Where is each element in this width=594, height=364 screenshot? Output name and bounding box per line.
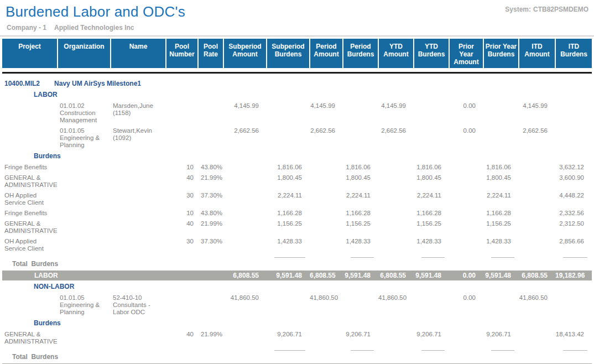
cell-name: Marsden,June (1158) <box>111 101 166 126</box>
cell-pool_number: 40 <box>166 219 198 237</box>
cell-pool_rate: 21.99% <box>198 330 223 347</box>
cell-itd_amount <box>519 191 555 209</box>
rule-cell-itd_burdens <box>555 254 592 259</box>
table-row: OH Applied Service Client3037.30%1,428.3… <box>2 237 592 254</box>
cell-itd_amount: 2,662.56 <box>519 126 555 151</box>
company-subtitle: Company - 1Applied Technologies Inc <box>6 24 590 32</box>
summary-cell-subperiod_burdens: 9,591.48 <box>267 271 310 281</box>
cell-ytd_amount: 41,860.50 <box>378 293 414 318</box>
summary-row: LABOR6,808.559,591.486,808.559,591.486,8… <box>2 271 592 281</box>
cell-subperiod_burdens: 1,800.45 <box>267 173 310 191</box>
rule-cell-period_amount <box>310 254 343 259</box>
cell-pool_number <box>166 293 198 318</box>
system-value: CTB82PSMDEMO <box>533 6 588 13</box>
cell-period_amount <box>310 219 343 237</box>
cell-itd_amount <box>519 163 555 173</box>
cell-name <box>111 163 166 173</box>
rule-cell-itd_amount <box>519 254 555 259</box>
cell-project: OH Applied Service Client <box>2 237 58 254</box>
rule-cell-ytd_amount <box>378 254 414 259</box>
cell-pool_rate <box>198 101 223 126</box>
cell-itd_burdens: 3,600.90 <box>555 173 592 191</box>
total-burdens-label: Total Burdens <box>12 353 58 361</box>
cell-subperiod_burdens: 1,816.06 <box>267 163 310 173</box>
company-label: Company - 1 <box>7 24 46 32</box>
cell-pool_rate: 21.99% <box>198 219 223 237</box>
cell-project: Fringe Benefits <box>2 163 58 173</box>
table-row: Fringe Benefits1043.80%1,166.281,166.281… <box>2 209 592 219</box>
cell-ytd_amount: 2,662.56 <box>378 126 414 151</box>
cell-subperiod_amount <box>223 219 267 237</box>
rule-cell-project <box>2 347 58 352</box>
section-cell: NON-LABOR <box>2 281 592 293</box>
total-underline <box>491 257 514 258</box>
cell-name <box>111 237 166 254</box>
summary-label: LABOR <box>2 271 223 281</box>
rule-cell-organization <box>58 254 111 259</box>
cell-itd_amount: 4,145.99 <box>519 101 555 126</box>
rule-cell-pool_rate <box>198 254 223 259</box>
cell-itd_amount <box>519 330 555 347</box>
rule-row <box>2 254 592 259</box>
cell-organization <box>58 219 111 237</box>
cell-period_burdens <box>343 101 378 126</box>
page-title: Burdened Labor and ODC's <box>6 3 185 20</box>
section-label: Burdens <box>34 152 61 160</box>
cell-subperiod_burdens: 2,224.11 <box>267 191 310 209</box>
rule-cell-prior_year_burdens <box>483 254 519 259</box>
cell-prior_year_burdens: 1,428.33 <box>483 237 519 254</box>
cell-prior_year_burdens <box>483 101 519 126</box>
cell-period_burdens: 1,800.45 <box>343 173 378 191</box>
column-header-ytd_amount: YTD Amount <box>378 39 414 70</box>
cell-prior_year_burdens: 1,816.06 <box>483 163 519 173</box>
cell-itd_burdens: 2,332.56 <box>555 209 592 219</box>
rule-cell-project <box>2 254 58 259</box>
cell-subperiod_amount <box>223 330 267 347</box>
table-row: OH Applied Service Client3037.30%2,224.1… <box>2 191 592 209</box>
cell-project: GENERAL & ADMINISTRATIVE <box>2 219 58 237</box>
cell-ytd_burdens: 2,224.11 <box>414 191 449 209</box>
cell-project <box>2 293 58 318</box>
cell-period_burdens: 9,206.71 <box>343 330 378 347</box>
summary-cell-period_burdens: 9,591.48 <box>343 271 378 281</box>
cell-period_amount <box>310 237 343 254</box>
column-header-pool_number: Pool Number <box>166 39 198 70</box>
rule-cell-period_burdens <box>343 254 378 259</box>
cell-prior_year_amount <box>449 191 483 209</box>
cell-itd_burdens <box>555 101 592 126</box>
section-label: NON-LABOR <box>34 283 74 290</box>
column-header-period_burdens: Period Burdens <box>343 39 378 70</box>
table-row: GENERAL & ADMINISTRATIVE4021.99%9,206.71… <box>2 330 592 347</box>
cell-period_burdens: 1,156.25 <box>343 219 378 237</box>
cell-project <box>2 126 58 151</box>
cell-period_burdens <box>343 293 378 318</box>
cell-prior_year_burdens: 1,156.25 <box>483 219 519 237</box>
cell-ytd_burdens: 1,428.33 <box>414 237 449 254</box>
cell-period_burdens <box>343 126 378 151</box>
summary-cell-itd_burdens: 19,182.96 <box>555 271 592 281</box>
section-cell: Burdens <box>2 318 592 330</box>
cell-pool_number: 30 <box>166 237 198 254</box>
section-label: LABOR <box>34 91 58 98</box>
cell-pool_number <box>166 126 198 151</box>
cell-ytd_burdens: 9,206.71 <box>414 330 449 347</box>
cell-ytd_burdens <box>414 101 449 126</box>
cell-prior_year_burdens <box>483 126 519 151</box>
cell-prior_year_burdens <box>483 293 519 318</box>
cell-project: OH Applied Service Client <box>2 191 58 209</box>
rule-cell-ytd_burdens <box>414 347 449 352</box>
cell-organization <box>58 237 111 254</box>
cell-ytd_burdens <box>414 293 449 318</box>
rule-row <box>2 347 592 352</box>
burdened-labor-table: ProjectOrganizationNamePool NumberPool R… <box>2 39 592 364</box>
cell-ytd_burdens: 1,816.06 <box>414 163 449 173</box>
rule-cell-subperiod_amount <box>223 347 267 352</box>
rule-cell-name <box>111 347 166 352</box>
column-header-prior_year_amount: Prior Year Amount <box>449 39 483 70</box>
cell-period_amount <box>310 209 343 219</box>
cell-period_amount: 41,860.50 <box>310 293 343 318</box>
cell-prior_year_burdens: 2,224.11 <box>483 191 519 209</box>
cell-itd_burdens <box>555 293 592 318</box>
cell-subperiod_amount <box>223 191 267 209</box>
cell-itd_amount <box>519 219 555 237</box>
